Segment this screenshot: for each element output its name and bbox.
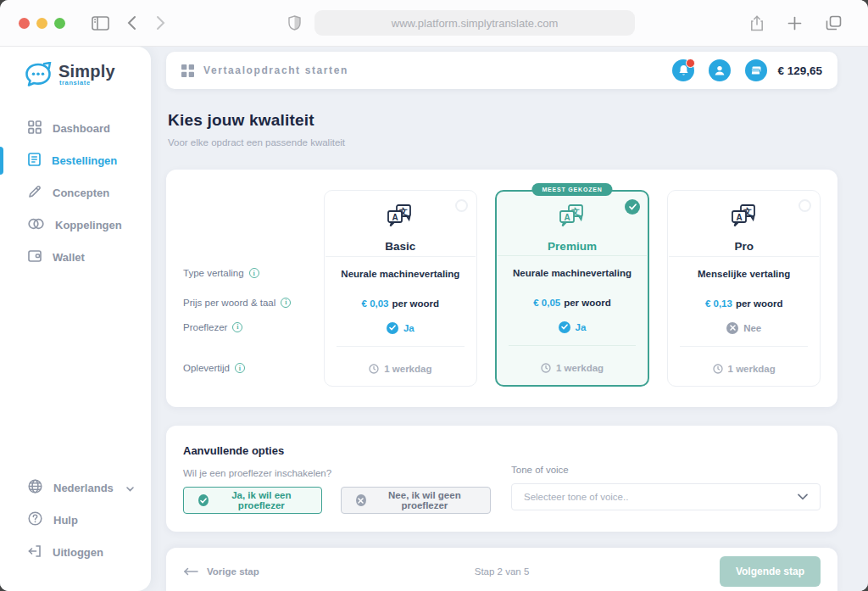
sidebar-item-koppelingen[interactable]: Koppelingen bbox=[0, 211, 151, 239]
logout-icon bbox=[28, 544, 42, 560]
plan-price: € 0,03per woord bbox=[325, 291, 476, 315]
plan-radio-unselected[interactable] bbox=[455, 199, 468, 212]
options-title: Aanvullende opties bbox=[183, 444, 491, 457]
minimize-window-button[interactable] bbox=[36, 18, 47, 29]
plan-type: Neurale machinevertaling bbox=[497, 256, 648, 290]
browser-window: www.platform.simplytranslate.com Si bbox=[0, 0, 868, 591]
language-selector[interactable]: Nederlands bbox=[0, 474, 151, 501]
tabs-overview-icon[interactable] bbox=[826, 15, 842, 31]
feature-labels-column: Type vertalingi Prijs per woord & taali … bbox=[183, 190, 306, 387]
sidebar-item-concepten[interactable]: Concepten bbox=[0, 179, 151, 207]
sidebar: Simply translate Dashboard Bestellingen … bbox=[0, 47, 151, 591]
next-step-button[interactable]: Volgende stap bbox=[720, 556, 821, 587]
sidebar-item-uitloggen[interactable]: Uitloggen bbox=[0, 538, 151, 566]
clock-icon bbox=[541, 363, 551, 373]
sidebar-item-label: Wallet bbox=[53, 251, 85, 264]
back-icon[interactable] bbox=[127, 15, 136, 31]
svg-text:A: A bbox=[564, 212, 570, 221]
traffic-lights bbox=[19, 18, 65, 29]
sidebar-item-hulp[interactable]: Hulp bbox=[0, 506, 151, 533]
clock-icon bbox=[369, 364, 379, 374]
address-bar[interactable]: www.platform.simplytranslate.com bbox=[314, 10, 635, 36]
plan-proofreader: Ja bbox=[497, 315, 648, 339]
arrow-left-icon bbox=[183, 567, 198, 576]
x-circle-icon bbox=[356, 494, 366, 506]
browser-chrome: www.platform.simplytranslate.com bbox=[0, 0, 868, 47]
check-circle-icon bbox=[387, 322, 398, 334]
pencil-icon bbox=[28, 185, 42, 201]
plan-name: Basic bbox=[385, 240, 415, 253]
plan-name: Premium bbox=[548, 240, 597, 253]
info-icon[interactable]: i bbox=[249, 268, 259, 278]
plan-delivery: 1 werkdag bbox=[325, 352, 476, 386]
wallet-cards-icon[interactable] bbox=[745, 59, 767, 81]
sidebar-nav: Dashboard Bestellingen Concepten Koppeli… bbox=[0, 114, 151, 276]
user-account-icon[interactable] bbox=[709, 59, 731, 81]
info-icon[interactable]: i bbox=[232, 322, 242, 332]
plan-price: € 0,13per woord bbox=[668, 291, 820, 315]
sidebar-item-label: Dashboard bbox=[53, 122, 110, 135]
step-indicator: Stap 2 van 5 bbox=[475, 566, 530, 577]
sidebar-toggle-icon[interactable] bbox=[92, 16, 109, 31]
chevron-down-icon bbox=[798, 493, 808, 500]
sidebar-item-dashboard[interactable]: Dashboard bbox=[0, 114, 151, 142]
plan-price: € 0,05per woord bbox=[497, 290, 648, 315]
plan-delivery: 1 werkdag bbox=[668, 352, 820, 386]
sidebar-item-label: Concepten bbox=[53, 187, 109, 199]
workflow-grid-icon bbox=[181, 64, 194, 77]
share-icon[interactable] bbox=[750, 15, 764, 31]
svg-text:A: A bbox=[736, 212, 742, 221]
previous-step-link[interactable]: Vorige stap bbox=[183, 566, 259, 577]
page-title: Kies jouw kwaliteit bbox=[168, 111, 837, 130]
logo-sub-text: translate bbox=[59, 79, 91, 86]
svg-text:A: A bbox=[392, 212, 398, 221]
url-text: www.platform.simplytranslate.com bbox=[392, 17, 559, 30]
x-circle-icon bbox=[726, 322, 738, 334]
plan-card-pro[interactable]: 文A Pro Menselijke vertaling € 0,13per wo… bbox=[667, 190, 821, 387]
feature-label-delivery: Oplevertijdi bbox=[183, 351, 306, 385]
close-window-button[interactable] bbox=[19, 18, 30, 29]
sidebar-item-wallet[interactable]: Wallet bbox=[0, 243, 151, 271]
sidebar-item-label: Uitloggen bbox=[53, 546, 103, 559]
sidebar-item-label: Koppelingen bbox=[55, 219, 122, 231]
tone-of-voice-label: Tone of voice bbox=[511, 465, 821, 475]
links-rings-icon bbox=[28, 218, 44, 232]
additional-options-card: Aanvullende opties Wil je een proeflezer… bbox=[166, 426, 837, 532]
wallet-icon bbox=[28, 250, 42, 265]
info-icon[interactable]: i bbox=[281, 298, 291, 308]
translate-bubbles-icon: 文A bbox=[382, 202, 418, 236]
page-subtitle: Voor elke opdract een passende kwaliteit bbox=[168, 137, 837, 148]
feature-label-type: Type vertalingi bbox=[183, 256, 306, 290]
info-icon[interactable]: i bbox=[235, 363, 245, 373]
workflow-title: Vertaalopdracht starten bbox=[203, 64, 348, 76]
translate-bubbles-icon: 文A bbox=[726, 202, 762, 236]
globe-icon bbox=[28, 479, 42, 496]
plan-radio-unselected[interactable] bbox=[798, 199, 811, 212]
forward-icon[interactable] bbox=[156, 15, 165, 31]
sidebar-footer: Nederlands Hulp Uitloggen bbox=[0, 474, 151, 571]
plan-type: Neurale machinevertaling bbox=[325, 257, 476, 291]
language-label: Nederlands bbox=[53, 482, 114, 494]
tone-select-placeholder: Selecteer tone of voice.. bbox=[524, 492, 628, 502]
wallet-balance: € 129,65 bbox=[777, 64, 822, 77]
quality-comparison-card: Type vertalingi Prijs per woord & taali … bbox=[166, 170, 837, 407]
feature-label-price: Prijs per woord & taali bbox=[183, 290, 306, 315]
help-icon bbox=[28, 511, 42, 528]
most-chosen-badge: MEEST GEKOZEN bbox=[531, 183, 612, 196]
logo-bubble-icon bbox=[24, 62, 53, 92]
shield-icon[interactable] bbox=[288, 15, 301, 31]
notifications-bell-icon[interactable] bbox=[672, 59, 694, 81]
check-circle-icon bbox=[559, 321, 570, 333]
proofreader-yes-button[interactable]: Ja, ik wil een proeflezer bbox=[183, 487, 322, 514]
dashboard-grid-icon bbox=[28, 120, 42, 137]
check-circle-icon bbox=[198, 494, 209, 506]
new-tab-icon[interactable] bbox=[787, 16, 802, 31]
sidebar-item-bestellingen[interactable]: Bestellingen bbox=[0, 147, 151, 175]
plan-card-basic[interactable]: 文A Basic Neurale machinevertaling € 0,03… bbox=[324, 190, 477, 387]
plan-card-premium[interactable]: MEEST GEKOZEN 文A Premium Neurale machine… bbox=[495, 190, 650, 387]
page-heading: Kies jouw kwaliteit Voor elke opdract ee… bbox=[168, 111, 837, 170]
tone-of-voice-select[interactable]: Selecteer tone of voice.. bbox=[511, 483, 821, 510]
zoom-window-button[interactable] bbox=[54, 18, 65, 29]
proofreader-no-button[interactable]: Nee, ik wil geen proeflezer bbox=[341, 487, 491, 514]
chevron-down-icon bbox=[126, 482, 134, 494]
